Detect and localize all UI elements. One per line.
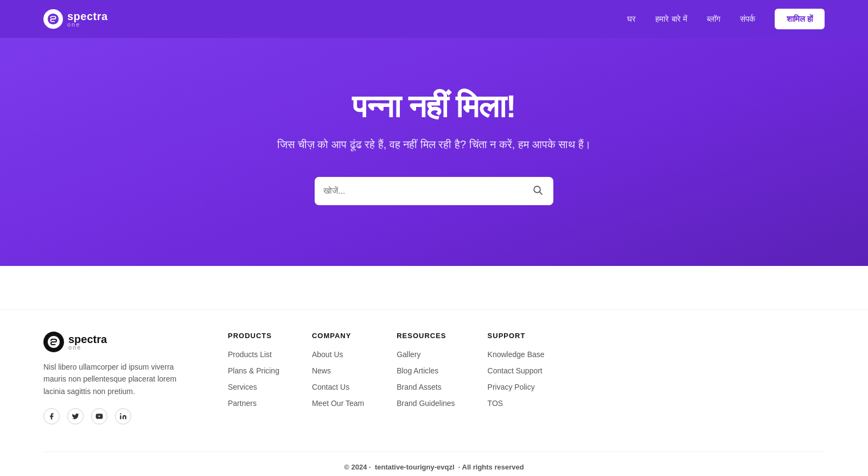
linkedin-icon[interactable] [115,408,131,424]
hero-section: पन्ना नहीं मिला! जिस चीज़ को आप ढूंढ रहे… [0,38,868,266]
search-icon [533,185,542,195]
footer-col-products: PRODUCTS Products List Plans & Pricing S… [228,332,279,424]
list-item: Plans & Pricing [228,366,279,376]
footer-col-support: SUPPORT Knowledge Base Contact Support P… [488,332,545,424]
search-input[interactable] [323,186,531,196]
list-item: Services [228,382,279,392]
footer-heading-company: COMPANY [312,332,364,340]
footer-logo-text: spectra one [68,334,107,351]
footer-link-partners[interactable]: Partners [228,399,257,408]
footer-links-support: Knowledge Base Contact Support Privacy P… [488,350,545,408]
twitter-icon[interactable] [67,408,84,424]
list-item: Partners [228,398,279,408]
footer-link-tos[interactable]: TOS [488,399,503,408]
footer-logo-icon [43,332,64,352]
list-item: News [312,366,364,376]
logo-icon [43,9,63,29]
footer-spacer [0,266,868,309]
footer-link-contact-support[interactable]: Contact Support [488,366,542,375]
footer-heading-support: SUPPORT [488,332,545,340]
logo[interactable]: spectra one [43,9,108,29]
footer-link-brand-assets[interactable]: Brand Assets [397,383,442,391]
footer-bottom: © 2024 · tentative-tourigny-evqzl · All … [43,452,825,471]
main-nav: घर हमारे बारे में ब्लॉग संपर्क शामिल हों [627,9,825,29]
footer-link-contact-us[interactable]: Contact Us [312,383,349,391]
footer-link-news[interactable]: News [312,366,331,375]
footer-link-products-list[interactable]: Products List [228,350,272,359]
footer-columns: PRODUCTS Products List Plans & Pricing S… [228,332,825,424]
footer-logo[interactable]: spectra one [43,332,195,352]
footer-link-meet-our-team[interactable]: Meet Our Team [312,399,364,408]
list-item: Brand Assets [397,382,455,392]
site-footer: spectra one Nisl libero ullamcorper id i… [0,309,868,476]
copyright-year: © 2024 · [344,463,371,471]
hero-subtitle: जिस चीज़ को आप ढूंढ रहे हैं, वह नहीं मिल… [277,138,590,151]
search-bar [315,177,553,205]
footer-link-knowledge-base[interactable]: Knowledge Base [488,350,545,359]
list-item: Contact Support [488,366,545,376]
svg-point-4 [120,413,121,414]
footer-heading-products: PRODUCTS [228,332,279,340]
footer-links-company: About Us News Contact Us Meet Our Team [312,350,364,408]
footer-link-privacy-policy[interactable]: Privacy Policy [488,383,535,391]
footer-link-plans-pricing[interactable]: Plans & Pricing [228,366,279,375]
footer-link-brand-guidelines[interactable]: Brand Guidelines [397,399,455,408]
nav-home[interactable]: घर [627,14,636,24]
svg-line-2 [540,192,542,194]
youtube-icon[interactable] [91,408,107,424]
footer-links-resources: Gallery Blog Articles Brand Assets Brand… [397,350,455,408]
list-item: Meet Our Team [312,398,364,408]
footer-heading-resources: RESOURCES [397,332,455,340]
list-item: Privacy Policy [488,382,545,392]
footer-description: Nisl libero ullamcorper id ipsum viverra… [43,361,195,397]
footer-col-company: COMPANY About Us News Contact Us Meet Ou… [312,332,364,424]
facebook-icon[interactable] [43,408,60,424]
footer-col-resources: RESOURCES Gallery Blog Articles Brand As… [397,332,455,424]
search-button[interactable] [531,183,545,200]
social-links [43,408,195,424]
list-item: Knowledge Base [488,350,545,359]
page-title: पन्ना नहीं मिला! [352,88,516,125]
nav-contact[interactable]: संपर्क [740,14,755,24]
join-button[interactable]: शामिल हों [775,9,825,29]
footer-content: spectra one Nisl libero ullamcorper id i… [43,332,825,424]
footer-links-products: Products List Plans & Pricing Services P… [228,350,279,408]
footer-link-blog-articles[interactable]: Blog Articles [397,366,438,375]
list-item: Brand Guidelines [397,398,455,408]
list-item: About Us [312,350,364,359]
nav-blog[interactable]: ब्लॉग [707,14,720,24]
list-item: TOS [488,398,545,408]
footer-link-services[interactable]: Services [228,383,257,391]
footer-brand: spectra one Nisl libero ullamcorper id i… [43,332,195,424]
site-header: spectra one घर हमारे बारे में ब्लॉग संपर… [0,0,868,38]
footer-link-about-us[interactable]: About Us [312,350,343,359]
site-name: tentative-tourigny-evqzl [375,463,455,471]
footer-link-gallery[interactable]: Gallery [397,350,420,359]
list-item: Gallery [397,350,455,359]
nav-about[interactable]: हमारे बारे में [655,14,687,24]
rights-text: · All rights reserved [458,463,524,471]
list-item: Products List [228,350,279,359]
logo-text: spectra one [67,11,108,28]
list-item: Blog Articles [397,366,455,376]
list-item: Contact Us [312,382,364,392]
